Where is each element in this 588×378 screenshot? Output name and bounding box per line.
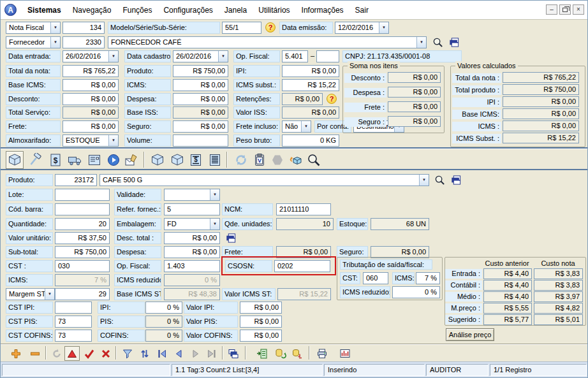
restore-button[interactable]: [559, 4, 571, 15]
doc-type-select[interactable]: Nota Fiscal▼: [6, 22, 61, 34]
frete-value[interactable]: R$ 0,00: [62, 120, 119, 133]
valor-iss-value[interactable]: R$ 0,00: [282, 106, 339, 119]
op-fiscal-field[interactable]: 5.401: [282, 50, 308, 62]
confirm-record-button[interactable]: [82, 346, 97, 361]
retencoes-value[interactable]: R$ 0,00: [282, 93, 323, 105]
package-b-button[interactable]: [168, 151, 186, 169]
help-icon[interactable]: ?: [327, 94, 337, 104]
menu-sair[interactable]: Sair: [349, 3, 374, 17]
items-box-button[interactable]: [6, 151, 24, 169]
prior-record-button[interactable]: [171, 346, 186, 361]
validate-clipboard-button[interactable]: V: [251, 151, 268, 169]
copy-record-button[interactable]: [226, 346, 241, 361]
trib-cst-field[interactable]: 060: [363, 272, 388, 284]
cod-barra-field[interactable]: [55, 203, 110, 215]
hammer-button[interactable]: [27, 151, 45, 169]
margem-st-select[interactable]: Margem ST▼: [6, 288, 55, 300]
subtotal-value[interactable]: R$ 750,00: [55, 246, 110, 258]
search-icon[interactable]: [432, 36, 443, 48]
item-despesa-field[interactable]: R$ 0,00: [164, 246, 220, 258]
print-button[interactable]: [314, 346, 330, 361]
search-icon[interactable]: [434, 174, 445, 185]
totalizer-doc-button[interactable]: $: [187, 151, 205, 169]
data-emissao-select[interactable]: 12/02/2016▼: [335, 22, 389, 34]
sort-button[interactable]: [137, 346, 152, 361]
refer-fornec-field[interactable]: 5: [164, 203, 220, 215]
search-button[interactable]: [305, 151, 323, 169]
chevron-down-icon[interactable]: ▼: [218, 51, 228, 62]
truck-button[interactable]: [66, 151, 84, 169]
ncm-field[interactable]: 21011110: [276, 203, 331, 215]
icms-subst-value[interactable]: R$ 15,22: [282, 79, 339, 91]
chart-button[interactable]: [337, 346, 353, 361]
menu-informacoes[interactable]: Informações: [296, 3, 349, 17]
analise-preco-button[interactable]: Análise preço: [446, 328, 494, 341]
first-record-button[interactable]: [154, 346, 170, 361]
menu-configuracoes[interactable]: Configurações: [158, 3, 218, 17]
trib-icms-field[interactable]: 7 %: [416, 272, 440, 284]
refresh-button[interactable]: [232, 151, 250, 169]
icms-value[interactable]: R$ 0,00: [173, 79, 228, 91]
item-op-fiscal-field[interactable]: 1.403: [164, 260, 220, 272]
valor-cofins-value[interactable]: R$ 0,00: [240, 330, 282, 342]
chevron-down-icon[interactable]: ▼: [108, 51, 118, 62]
details-form-button[interactable]: [85, 151, 103, 169]
validade-select[interactable]: ▼: [164, 189, 220, 201]
embalagem-select[interactable]: FD▼: [164, 218, 220, 230]
cst-cofins-field[interactable]: 73: [55, 330, 92, 342]
almoxarifado-select[interactable]: ESTOQUE▼: [62, 134, 119, 147]
package-a-button[interactable]: [149, 151, 166, 169]
close-button[interactable]: ×: [573, 4, 584, 15]
chevron-down-icon[interactable]: ▼: [50, 22, 60, 33]
ipi-aliq-value[interactable]: 0 %: [145, 302, 182, 314]
desc-total-field[interactable]: R$ 0,00: [164, 232, 220, 244]
filter-button[interactable]: [120, 346, 135, 361]
despesa-value[interactable]: R$ 0,00: [173, 93, 228, 105]
report-list-button[interactable]: [206, 151, 224, 169]
menu-utilitarios[interactable]: Utilitários: [253, 3, 295, 17]
chevron-down-icon[interactable]: ▼: [108, 135, 118, 146]
nota-number-field[interactable]: 134: [62, 22, 105, 34]
ipi-value[interactable]: R$ 0,00: [282, 65, 339, 77]
chevron-down-icon[interactable]: ▼: [210, 189, 219, 200]
modelo-serie-field[interactable]: 55/1: [222, 22, 261, 34]
letter-edit-button[interactable]: [122, 151, 140, 169]
volume-field[interactable]: [173, 134, 228, 147]
fornecedor-nome-select[interactable]: FORNECEDOR CAFÉ▼: [108, 36, 427, 48]
total-da-nota-value[interactable]: R$ 765,22: [62, 65, 119, 77]
chevron-down-icon[interactable]: ▼: [50, 37, 60, 48]
base-icms-value[interactable]: R$ 0,00: [62, 79, 119, 91]
frete-incluso-select[interactable]: Não▼: [282, 120, 311, 133]
margem-st-field[interactable]: 29: [55, 288, 110, 300]
menu-sistemas[interactable]: Sistemas: [22, 3, 67, 17]
add-record-button[interactable]: [8, 346, 24, 361]
chevron-down-icon[interactable]: ▼: [210, 219, 219, 229]
cascade-windows-icon[interactable]: [448, 36, 460, 48]
data-cadastro-select[interactable]: 26/02/2016▼: [173, 50, 228, 62]
trib-icms-reduzido-field[interactable]: 0 %: [392, 286, 440, 298]
valor-ipi-value[interactable]: R$ 0,00: [240, 302, 282, 314]
produto-codigo-field[interactable]: 23172: [55, 174, 97, 186]
data-entrada-select[interactable]: 26/02/2016▼: [62, 50, 119, 62]
import-list-button[interactable]: [254, 346, 270, 361]
lote-field[interactable]: [55, 189, 110, 201]
produto-nome-select[interactable]: CAFE 500 G▼: [99, 174, 429, 186]
op-fiscal-sufixo-field[interactable]: [316, 50, 339, 62]
edit-record-button[interactable]: [64, 346, 80, 361]
cst-ipi-field[interactable]: [55, 302, 92, 314]
cancel-record-button[interactable]: [98, 346, 114, 361]
help-icon[interactable]: ?: [265, 22, 276, 33]
fiscal-doc-button[interactable]: $: [47, 151, 64, 169]
peso-bruto-value[interactable]: 0 KG: [282, 134, 339, 147]
desconto-value[interactable]: R$ 0,00: [62, 93, 119, 105]
csosn-field[interactable]: 0202: [274, 260, 330, 272]
valor-unitario-field[interactable]: R$ 37,50: [55, 232, 110, 244]
total-servico-value[interactable]: R$ 0,00: [62, 106, 119, 119]
cst-pis-field[interactable]: 73: [55, 316, 92, 328]
produto-total-value[interactable]: R$ 750,00: [173, 65, 228, 77]
delete-record-button[interactable]: [27, 346, 43, 361]
cascade-windows-icon[interactable]: [450, 174, 462, 185]
db-sequence-button[interactable]: [290, 346, 305, 361]
menu-funcoes[interactable]: Funções: [117, 3, 158, 17]
chevron-down-icon[interactable]: ▼: [379, 22, 388, 33]
